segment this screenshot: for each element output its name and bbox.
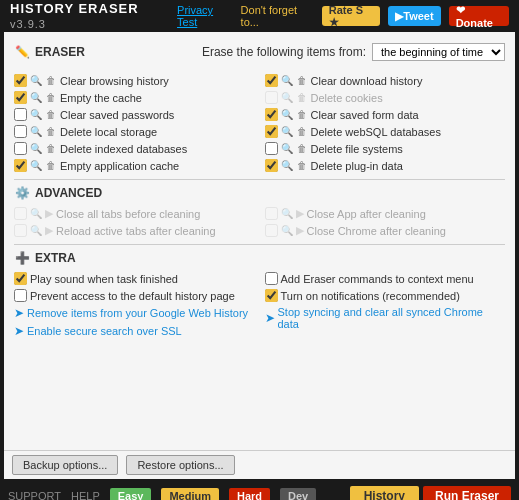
stop-syncing-label: Stop syncing and clear all synced Chrome… — [278, 306, 506, 330]
search-icon[interactable]: 🔍 — [30, 109, 42, 121]
list-item: 🔍 🗑 Delete indexed databases — [14, 140, 255, 157]
empty-app-cache-checkbox[interactable] — [14, 159, 27, 172]
list-item: 🔍 🗑 Delete local storage — [14, 123, 255, 140]
clear-browsing-checkbox[interactable] — [14, 74, 27, 87]
list-item[interactable]: ➤ Stop syncing and clear all synced Chro… — [265, 304, 506, 332]
reload-tabs-label: Reload active tabs after cleaning — [56, 225, 216, 237]
empty-cache-label: Empty the cache — [60, 92, 142, 104]
advanced-left-col: 🔍 ▶ Close all tabs before cleaning 🔍 ▶ R… — [14, 205, 255, 239]
search-icon[interactable]: 🔍 — [281, 92, 293, 104]
close-chrome-checkbox[interactable] — [265, 224, 278, 237]
list-item: 🔍 🗑 Delete plug-in data — [265, 157, 506, 174]
easy-button[interactable]: Easy — [110, 488, 152, 500]
search-icon[interactable]: 🔍 — [30, 160, 42, 172]
arrow-icon: ➤ — [14, 306, 24, 320]
info-icon: 🗑 — [296, 92, 308, 104]
delete-websql-checkbox[interactable] — [265, 125, 278, 138]
search-icon[interactable]: 🔍 — [30, 225, 42, 237]
turn-on-notifications-checkbox[interactable] — [265, 289, 278, 302]
delete-filesystems-checkbox[interactable] — [265, 142, 278, 155]
run-eraser-button[interactable]: Run Eraser — [423, 486, 511, 500]
list-item: 🔍 🗑 Delete webSQL databases — [265, 123, 506, 140]
clear-passwords-label: Clear saved passwords — [60, 109, 174, 121]
help-link[interactable]: HELP — [71, 490, 100, 500]
eraser-left-col: 🔍 🗑 Clear browsing history 🔍 🗑 Empty the… — [14, 72, 255, 174]
tweet-button[interactable]: ▶ Tweet — [388, 6, 440, 26]
restore-options-button[interactable]: Restore options... — [126, 455, 234, 475]
list-item: Turn on notifications (recommended) — [265, 287, 506, 304]
footer-buttons: Backup options... Restore options... — [4, 450, 515, 479]
erase-header-row: ✏️ ERASER Erase the following items from… — [14, 40, 505, 64]
close-tabs-checkbox[interactable] — [14, 207, 27, 220]
list-item[interactable]: ➤ Remove items from your Google Web Hist… — [14, 304, 255, 322]
list-item[interactable]: ➤ Enable secure search over SSL — [14, 322, 255, 340]
hard-button[interactable]: Hard — [229, 488, 270, 500]
delete-cookies-checkbox[interactable] — [265, 91, 278, 104]
close-app-label: Close App after cleaning — [307, 208, 426, 220]
delete-indexed-label: Delete indexed databases — [60, 143, 187, 155]
reload-tabs-checkbox[interactable] — [14, 224, 27, 237]
plus-icon: ➕ — [14, 250, 30, 266]
list-item: 🔍 🗑 Clear download history — [265, 72, 506, 89]
delete-local-storage-checkbox[interactable] — [14, 125, 27, 138]
search-icon[interactable]: 🔍 — [30, 92, 42, 104]
enable-ssl-label: Enable secure search over SSL — [27, 325, 182, 337]
info-icon: 🗑 — [296, 75, 308, 87]
divider — [14, 244, 505, 245]
delete-plugin-label: Delete plug-in data — [311, 160, 403, 172]
prevent-access-checkbox[interactable] — [14, 289, 27, 302]
prevent-access-label: Prevent access to the default history pa… — [30, 290, 235, 302]
extra-items: Play sound when task finished Prevent ac… — [14, 270, 505, 340]
add-eraser-context-checkbox[interactable] — [265, 272, 278, 285]
delete-indexed-checkbox[interactable] — [14, 142, 27, 155]
erase-label: Erase the following items from: — [202, 45, 366, 59]
extra-section-title: ➕ EXTRA — [14, 250, 505, 266]
extra-left-col: Play sound when task finished Prevent ac… — [14, 270, 255, 340]
clear-passwords-checkbox[interactable] — [14, 108, 27, 121]
clear-form-data-checkbox[interactable] — [265, 108, 278, 121]
search-icon[interactable]: 🔍 — [281, 160, 293, 172]
close-tabs-label: Close all tabs before cleaning — [56, 208, 200, 220]
info-icon: 🗑 — [296, 160, 308, 172]
clear-form-data-label: Clear saved form data — [311, 109, 419, 121]
backup-options-button[interactable]: Backup options... — [12, 455, 118, 475]
arrow-icon: ➤ — [14, 324, 24, 338]
clear-download-checkbox[interactable] — [265, 74, 278, 87]
support-link[interactable]: SUPPORT — [8, 490, 61, 500]
clear-browsing-label: Clear browsing history — [60, 75, 169, 87]
remove-google-history-label: Remove items from your Google Web Histor… — [27, 307, 248, 319]
search-icon[interactable]: 🔍 — [30, 126, 42, 138]
search-icon[interactable]: 🔍 — [30, 75, 42, 87]
search-icon[interactable]: 🔍 — [281, 225, 293, 237]
donate-button[interactable]: ❤ Donate — [449, 6, 509, 26]
dev-button[interactable]: Dev — [280, 488, 316, 500]
empty-cache-checkbox[interactable] — [14, 91, 27, 104]
info-icon: 🗑 — [45, 160, 57, 172]
close-app-checkbox[interactable] — [265, 207, 278, 220]
divider — [14, 179, 505, 180]
app-title: HISTORY ERASER v3.9.3 — [10, 1, 169, 31]
search-icon[interactable]: 🔍 — [281, 75, 293, 87]
time-select[interactable]: the beginning of time — [372, 43, 505, 61]
info-icon: 🗑 — [45, 109, 57, 121]
search-icon[interactable]: 🔍 — [281, 109, 293, 121]
search-icon[interactable]: 🔍 — [30, 143, 42, 155]
play-sound-checkbox[interactable] — [14, 272, 27, 285]
search-icon[interactable]: 🔍 — [281, 208, 293, 220]
eraser-right-col: 🔍 🗑 Clear download history 🔍 🗑 Delete co… — [265, 72, 506, 174]
eraser-items: 🔍 🗑 Clear browsing history 🔍 🗑 Empty the… — [14, 72, 505, 174]
advanced-icon: ⚙️ — [14, 185, 30, 201]
list-item: 🔍 🗑 Empty application cache — [14, 157, 255, 174]
eraser-section-title: ✏️ ERASER — [14, 44, 85, 60]
empty-app-cache-label: Empty application cache — [60, 160, 179, 172]
privacy-test-link[interactable]: Privacy Test — [177, 4, 233, 28]
medium-button[interactable]: Medium — [161, 488, 219, 500]
delete-local-storage-label: Delete local storage — [60, 126, 157, 138]
search-icon[interactable]: 🔍 — [281, 143, 293, 155]
rate-button[interactable]: Rate S ★ — [322, 6, 380, 26]
delete-plugin-checkbox[interactable] — [265, 159, 278, 172]
search-icon[interactable]: 🔍 — [281, 126, 293, 138]
search-icon[interactable]: 🔍 — [30, 208, 42, 220]
info-icon: 🗑 — [296, 126, 308, 138]
history-button[interactable]: History — [350, 486, 419, 500]
